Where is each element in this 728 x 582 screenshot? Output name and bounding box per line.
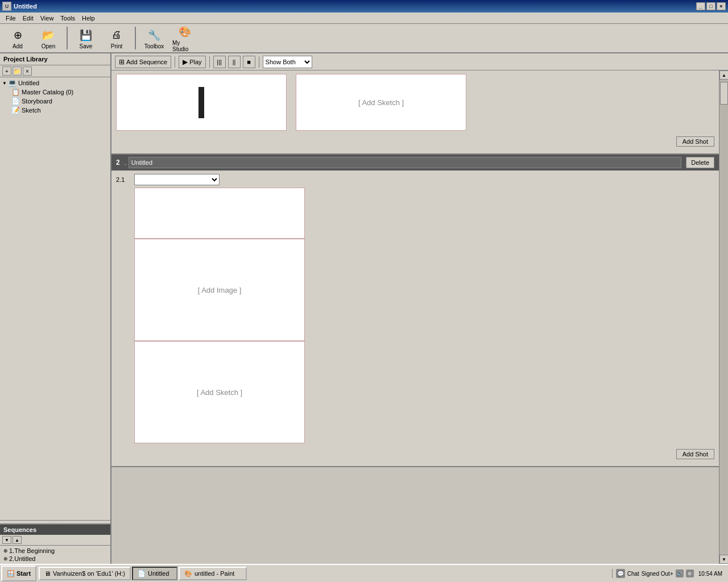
- shot-2-1-top-panel: [134, 188, 305, 239]
- seq-toolbar-sep2: [209, 56, 210, 68]
- save-icon: 💾: [78, 27, 94, 43]
- shot-2-1-controls: [ Add Image ] [ Add Sketch ]: [134, 174, 305, 443]
- shot-2-1-dropdown[interactable]: [134, 174, 220, 185]
- scroll-track[interactable]: [719, 80, 728, 555]
- shot-1-1-image-panel: [116, 74, 287, 131]
- sequence-1-block: [ Add Sketch ] Add Shot: [111, 70, 719, 155]
- project-tree: ▼ 💻 Untitled 📋 Master Catalog (0) 📄 Stor…: [0, 77, 110, 520]
- main-area: Project Library + 📁 × ▼ 💻 Untitled 📋 Mas…: [0, 53, 728, 564]
- app-icon: U: [2, 2, 11, 11]
- shot-2-1-sketch-panel[interactable]: [ Add Sketch ]: [134, 341, 305, 443]
- sketch-item[interactable]: 📝 Sketch: [10, 106, 109, 115]
- tray-speech-icon: 💬: [616, 569, 625, 578]
- sequence-item-1[interactable]: ⊕ 1. The Beginning: [1, 547, 109, 555]
- shot-1-1-sketch-panel[interactable]: [ Add Sketch ]: [296, 74, 466, 131]
- shot-2-1-image-panel[interactable]: [ Add Image ]: [134, 239, 305, 341]
- add-button[interactable]: ⊕ Add: [3, 25, 32, 52]
- toolbox-button[interactable]: 🔧 Toolbox: [140, 25, 168, 52]
- menu-file[interactable]: File: [2, 14, 19, 23]
- tree-item-master-catalog: 📋 Master Catalog (0) 📄 Storyboard 📝 Sket…: [1, 88, 109, 115]
- seq2-delete-button[interactable]: Delete: [686, 157, 714, 168]
- play-icon: ▶: [183, 58, 188, 66]
- show-both-select[interactable]: Show BothShow ImageShow Sketch: [263, 56, 312, 68]
- menu-help[interactable]: Help: [78, 14, 98, 23]
- content: [ Add Sketch ] Add Shot 2 .: [111, 70, 719, 564]
- sequences-move-up-button[interactable]: ▲: [13, 536, 22, 544]
- sequences-toolbar: ▼ ▲: [0, 535, 110, 546]
- chat-label: Chat: [627, 571, 639, 577]
- sketch-icon: 📝: [11, 106, 20, 114]
- taskbar-tray: 💬 Chat Signed Out+ 🔊 ⚙ 10:54 AM: [612, 569, 728, 578]
- seq1-add-shot-button[interactable]: Add Shot: [676, 136, 714, 147]
- tree-item-root[interactable]: ▼ 💻 Untitled: [1, 78, 109, 88]
- menu-edit[interactable]: Edit: [19, 14, 37, 23]
- shot-1-1-col: [116, 74, 287, 131]
- maximize-button[interactable]: □: [706, 2, 715, 10]
- seq-expand-1: ⊕: [3, 548, 8, 554]
- master-catalog-item[interactable]: 📋 Master Catalog (0): [10, 88, 109, 97]
- stop-button[interactable]: ■: [243, 56, 255, 68]
- add-project-item-button[interactable]: +: [2, 66, 11, 76]
- sequences-list: ⊕ 1. The Beginning ⊕ 2. Untitled: [0, 546, 110, 564]
- toolbar: ⊕ Add 📂 Open 💾 Save 🖨 Print 🔧 Toolbox 🎨 …: [0, 24, 728, 53]
- seq2-num-dot: .: [125, 159, 126, 166]
- project-icon: 💻: [8, 79, 16, 87]
- system-clock: 10:54 AM: [696, 569, 725, 578]
- tree-arrow-root: ▼: [2, 81, 7, 86]
- start-label: Start: [16, 570, 31, 577]
- seq-toolbar-sep3: [259, 56, 259, 68]
- mystudio-button[interactable]: 🎨 My Studio: [171, 22, 199, 55]
- seq2-number: 2: [116, 159, 120, 167]
- menu-tools[interactable]: Tools: [57, 14, 78, 23]
- close-button[interactable]: ×: [717, 2, 726, 10]
- open-button[interactable]: 📂 Open: [34, 25, 63, 52]
- seq2-add-shot-button[interactable]: Add Shot: [676, 449, 714, 459]
- taskbar-item-untitled[interactable]: 📄 Untitled: [132, 567, 177, 580]
- print-button[interactable]: 🖨 Print: [102, 25, 131, 52]
- add-icon: ⊕: [10, 27, 26, 43]
- seq2-title-row: 2 . Delete: [111, 155, 719, 171]
- menu-view[interactable]: View: [37, 14, 57, 23]
- save-button[interactable]: 💾 Save: [72, 25, 100, 52]
- scroll-thumb[interactable]: [720, 82, 728, 105]
- start-button[interactable]: 🪟 Start: [1, 566, 36, 581]
- content-wrapper: ⊞ Add Sequence ▶ Play ||| || ■ Show Both…: [111, 53, 728, 564]
- taskbar-item-1-label: Untitled: [148, 570, 169, 577]
- sequences-move-down-button[interactable]: ▼: [2, 536, 11, 544]
- shot-1-1-sketch-col: [ Add Sketch ]: [296, 74, 466, 131]
- sequence-item-2[interactable]: ⊕ 2. Untitled: [1, 555, 109, 563]
- tray-icon-2: ⚙: [686, 569, 694, 577]
- toolbar-separator-2: [135, 27, 136, 49]
- seq-expand-2: ⊕: [3, 556, 8, 562]
- taskbar-item-paint[interactable]: 🎨 untitled - Paint: [179, 567, 247, 580]
- folder-button[interactable]: 📁: [13, 66, 22, 76]
- panel-view-2-button[interactable]: ||: [228, 56, 241, 68]
- add-sequence-button[interactable]: ⊞ Add Sequence: [115, 56, 171, 68]
- storyboard-item[interactable]: 📄 Storyboard: [10, 97, 109, 106]
- toolbox-icon: 🔧: [146, 27, 162, 43]
- seq2-name-input[interactable]: [129, 157, 681, 168]
- taskbar-item-2-label: untitled - Paint: [195, 570, 234, 577]
- taskbar-item-vanhuizen[interactable]: 🖥 Vanhuizen$ on 'Edu1' (H:): [39, 567, 131, 580]
- start-icon: 🪟: [7, 570, 15, 577]
- shot-2-1-row: 2.1 [ Add Image ]: [111, 171, 719, 447]
- scroll-up-button[interactable]: ▲: [719, 70, 728, 80]
- sequences-section: Sequences ▼ ▲ ⊕ 1. The Beginning ⊕ 2. Un…: [0, 523, 110, 564]
- minimize-button[interactable]: _: [696, 2, 705, 10]
- panel-view-1-button[interactable]: |||: [213, 56, 226, 68]
- scroll-down-button[interactable]: ▼: [719, 555, 728, 564]
- seq-toolbar-sep1: [175, 56, 175, 68]
- delete-project-item-button[interactable]: ×: [23, 66, 32, 76]
- add-sequence-icon: ⊞: [119, 58, 125, 66]
- sequence-toolbar: ⊞ Add Sequence ▶ Play ||| || ■ Show Both…: [111, 53, 728, 70]
- open-icon: 📂: [40, 27, 56, 43]
- sequence-2-block: 2 . Delete 2.1: [111, 155, 719, 467]
- taskbar-item-2-icon: 🎨: [184, 570, 192, 577]
- play-button[interactable]: ▶ Play: [179, 56, 205, 68]
- toolbar-separator: [67, 27, 68, 49]
- print-icon: 🖨: [109, 27, 125, 43]
- project-library-header: Project Library: [0, 53, 110, 65]
- sidebar: Project Library + 📁 × ▼ 💻 Untitled 📋 Mas…: [0, 53, 111, 564]
- right-scrollbar: ▲ ▼: [719, 70, 728, 564]
- taskbar-item-0-label: Vanhuizen$ on 'Edu1' (H:): [53, 570, 125, 577]
